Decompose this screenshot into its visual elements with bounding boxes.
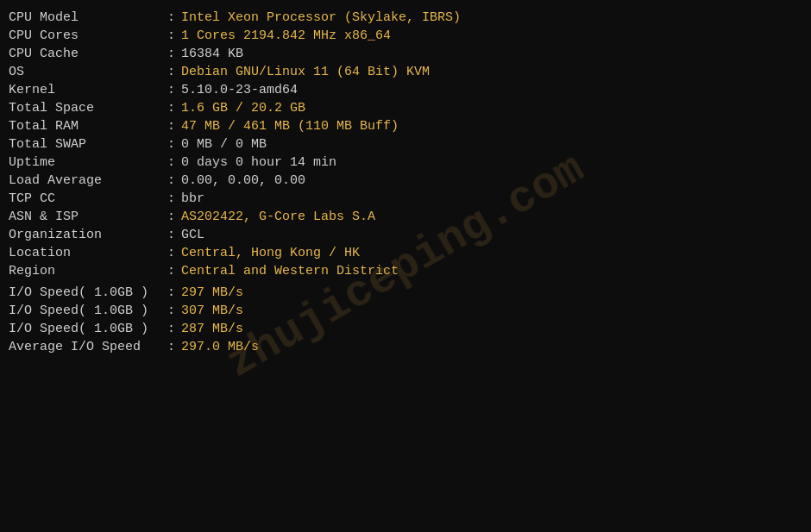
row-value: Central and Western District: [181, 262, 802, 280]
io-speed-table: I/O Speed( 1.0GB ):297 MB/sI/O Speed( 1.…: [9, 284, 802, 356]
io-colon: :: [164, 338, 181, 356]
row-value: Intel Xeon Processor (Skylake, IBRS): [181, 9, 802, 27]
row-colon: :: [164, 153, 181, 172]
table-row: Total Space:1.6 GB / 20.2 GB: [9, 99, 802, 117]
row-colon: :: [164, 63, 181, 81]
row-value: bbr: [181, 190, 802, 208]
row-label: Location: [9, 244, 164, 262]
table-row: Organization:GCL: [9, 226, 802, 244]
row-label: CPU Cores: [9, 27, 164, 45]
table-row: Location:Central, Hong Kong / HK: [9, 244, 802, 262]
io-label: Average I/O Speed: [9, 338, 164, 356]
table-row: Total SWAP:0 MB / 0 MB: [9, 135, 802, 153]
table-row: I/O Speed( 1.0GB ):297 MB/s: [9, 284, 802, 302]
io-value: 297 MB/s: [181, 284, 802, 302]
table-row: I/O Speed( 1.0GB ):307 MB/s: [9, 302, 802, 320]
table-row: CPU Cache:16384 KB: [9, 45, 802, 63]
row-colon: :: [164, 81, 181, 99]
row-label: TCP CC: [9, 190, 164, 208]
row-label: OS: [9, 63, 164, 81]
table-row: OS:Debian GNU/Linux 11 (64 Bit) KVM: [9, 63, 802, 81]
io-colon: :: [164, 320, 181, 338]
row-label: CPU Model: [9, 9, 164, 27]
io-colon: :: [164, 302, 181, 320]
row-colon: :: [164, 190, 181, 208]
io-value: 307 MB/s: [181, 302, 802, 320]
row-value: 5.10.0-23-amd64: [181, 81, 802, 99]
row-value: Debian GNU/Linux 11 (64 Bit) KVM: [181, 63, 802, 81]
io-label: I/O Speed( 1.0GB ): [9, 320, 164, 338]
table-row: Region:Central and Western District: [9, 262, 802, 280]
row-colon: :: [164, 135, 181, 153]
row-value: 16384 KB: [181, 45, 802, 63]
row-label: Total SWAP: [9, 135, 164, 153]
row-value: 1 Cores 2194.842 MHz x86_64: [181, 27, 802, 45]
row-value: 0 days 0 hour 14 min: [181, 153, 802, 172]
row-value: 0 MB / 0 MB: [181, 135, 802, 153]
row-colon: :: [164, 117, 181, 135]
row-colon: :: [164, 226, 181, 244]
table-row: Total RAM:47 MB / 461 MB (110 MB Buff): [9, 117, 802, 135]
table-row: ASN & ISP:AS202422, G-Core Labs S.A: [9, 208, 802, 226]
row-colon: :: [164, 244, 181, 262]
io-label: I/O Speed( 1.0GB ): [9, 302, 164, 320]
row-value: 0.00, 0.00, 0.00: [181, 172, 802, 190]
table-row: Load Average:0.00, 0.00, 0.00: [9, 172, 802, 190]
table-row: CPU Cores:1 Cores 2194.842 MHz x86_64: [9, 27, 802, 45]
io-value: 297.0 MB/s: [181, 338, 802, 356]
row-colon: :: [164, 208, 181, 226]
row-colon: :: [164, 27, 181, 45]
row-value: Central, Hong Kong / HK: [181, 244, 802, 262]
row-value: AS202422, G-Core Labs S.A: [181, 208, 802, 226]
row-colon: :: [164, 9, 181, 27]
io-value: 287 MB/s: [181, 320, 802, 338]
row-colon: :: [164, 262, 181, 280]
row-label: Uptime: [9, 153, 164, 172]
system-info-table: CPU Model:Intel Xeon Processor (Skylake,…: [9, 9, 802, 280]
row-label: ASN & ISP: [9, 208, 164, 226]
row-label: Total Space: [9, 99, 164, 117]
table-row: CPU Model:Intel Xeon Processor (Skylake,…: [9, 9, 802, 27]
row-colon: :: [164, 172, 181, 190]
row-colon: :: [164, 45, 181, 63]
io-label: I/O Speed( 1.0GB ): [9, 284, 164, 302]
row-label: Total RAM: [9, 117, 164, 135]
table-row: TCP CC:bbr: [9, 190, 802, 208]
row-colon: :: [164, 99, 181, 117]
table-row: Average I/O Speed:297.0 MB/s: [9, 338, 802, 356]
row-value: 1.6 GB / 20.2 GB: [181, 99, 802, 117]
io-colon: :: [164, 284, 181, 302]
row-value: GCL: [181, 226, 802, 244]
row-label: Organization: [9, 226, 164, 244]
table-row: Kernel:5.10.0-23-amd64: [9, 81, 802, 99]
table-row: I/O Speed( 1.0GB ):287 MB/s: [9, 320, 802, 338]
row-label: Kernel: [9, 81, 164, 99]
row-value: 47 MB / 461 MB (110 MB Buff): [181, 117, 802, 135]
row-label: Region: [9, 262, 164, 280]
row-label: Load Average: [9, 172, 164, 190]
table-row: Uptime:0 days 0 hour 14 min: [9, 153, 802, 172]
row-label: CPU Cache: [9, 45, 164, 63]
